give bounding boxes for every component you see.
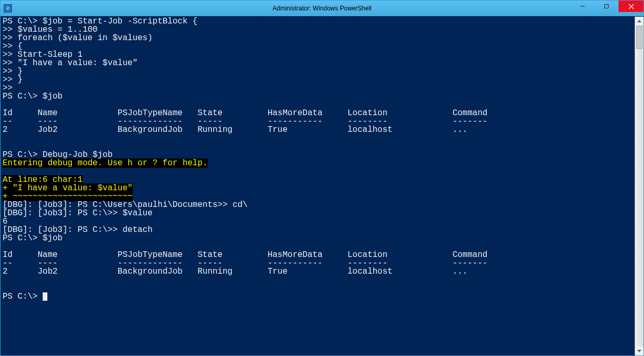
close-icon: [628, 4, 634, 9]
vertical-scrollbar[interactable]: [635, 17, 643, 355]
console-line: [3, 142, 633, 151]
console-line: [3, 284, 633, 292]
window-title: Administrator: Windows PowerShell: [1, 5, 643, 12]
console-line: PS C:\>: [3, 292, 633, 301]
console-line: Entering debug mode. Use h or ? for help…: [3, 159, 633, 167]
console-line: PS C:\> Debug-Job $job: [3, 151, 633, 159]
close-button[interactable]: [618, 1, 643, 12]
minimize-button[interactable]: [571, 1, 595, 12]
console-line: -- ---- ------------- ----- ----------- …: [3, 259, 633, 267]
maximize-button[interactable]: [595, 1, 618, 12]
console-line: [3, 276, 633, 284]
console-line: >>: [3, 84, 633, 92]
minimize-icon: [580, 4, 585, 9]
powershell-window: ≥ Administrator: Windows PowerShell PS C…: [0, 0, 644, 356]
titlebar[interactable]: ≥ Administrator: Windows PowerShell: [1, 1, 643, 16]
svg-marker-5: [637, 350, 641, 352]
scroll-down-button[interactable]: [635, 347, 643, 355]
debug-highlight-text: Entering debug mode. Use h or ? for help…: [3, 158, 208, 168]
scrollbar-thumb[interactable]: [636, 26, 642, 49]
chevron-down-icon: [637, 350, 641, 352]
console-line: [3, 167, 633, 176]
console-line: >> }: [3, 67, 633, 76]
console-line: [DBG]: [Job3]: PS C:\>> detach: [3, 226, 633, 234]
maximize-icon: [604, 4, 609, 9]
console-line: + ~~~~~~~~~~~~~~~~~~~~~~~~: [3, 192, 633, 201]
console-line: -- ---- ------------- ----- ----------- …: [3, 117, 633, 126]
console-line: 2 Job2 BackgroundJob Running True localh…: [3, 126, 633, 134]
chevron-up-icon: [637, 20, 641, 22]
console-line: Id Name PSJobTypeName State HasMoreData …: [3, 109, 633, 117]
console-line: [3, 101, 633, 109]
svg-marker-4: [637, 20, 641, 22]
console-line: 6: [3, 217, 633, 226]
console-line: PS C:\> $job = Start-Job -ScriptBlock {: [3, 17, 633, 26]
svg-rect-1: [605, 5, 609, 8]
console-line: >> "I have a value: $value": [3, 59, 633, 67]
window-controls: [571, 1, 643, 16]
console-line: [3, 242, 633, 251]
scrollbar-track[interactable]: [635, 26, 643, 347]
console-line: At line:6 char:1: [3, 176, 633, 184]
console-line: + "I have a value: $value": [3, 184, 633, 192]
scroll-up-button[interactable]: [635, 17, 643, 26]
console-line: >> Start-Sleep 1: [3, 51, 633, 59]
console-content[interactable]: PS C:\> $job = Start-Job -ScriptBlock {>…: [1, 17, 635, 355]
console-line: Id Name PSJobTypeName State HasMoreData …: [3, 251, 633, 259]
console-line: [3, 134, 633, 142]
console-line: 2 Job2 BackgroundJob Running True localh…: [3, 267, 633, 276]
console-line: >> {: [3, 42, 633, 51]
console-line: PS C:\> $job: [3, 234, 633, 242]
console-line: PS C:\> $job: [3, 92, 633, 101]
console-line: >> $values = 1..100: [3, 26, 633, 34]
console-line: >> }: [3, 76, 633, 84]
console-area[interactable]: PS C:\> $job = Start-Job -ScriptBlock {>…: [1, 16, 643, 355]
console-line: >> foreach ($value in $values): [3, 34, 633, 42]
console-line: [DBG]: [Job3]: PS C:\>> $value: [3, 209, 633, 217]
console-line: [DBG]: [Job3]: PS C:\Users\paulhi\Docume…: [3, 201, 633, 209]
icon-glyph: ≥: [6, 6, 9, 11]
powershell-icon[interactable]: ≥: [4, 4, 12, 13]
text-cursor: [43, 292, 47, 301]
